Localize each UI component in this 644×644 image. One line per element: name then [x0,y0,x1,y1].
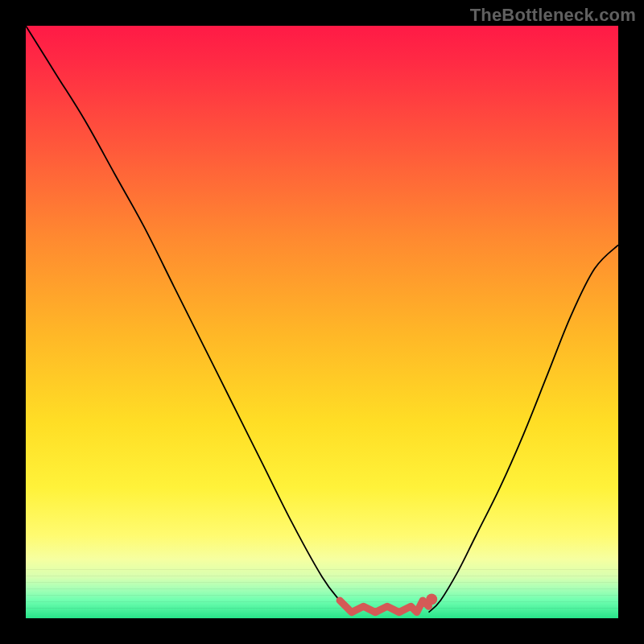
right-curve [429,245,619,612]
chart-frame: TheBottleneck.com [0,0,644,644]
plot-area [26,26,618,618]
left-curve [26,26,352,613]
curves-svg [26,26,618,618]
watermark-text: TheBottleneck.com [470,5,636,26]
squiggle-end-dot [426,593,437,605]
bottom-squiggle [340,601,428,613]
